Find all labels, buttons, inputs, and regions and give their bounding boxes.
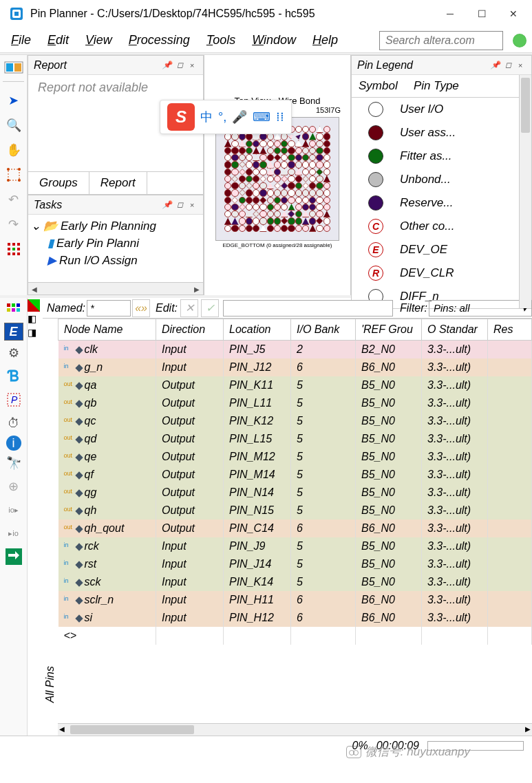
tool-hand-icon[interactable]: ✋ xyxy=(3,139,25,161)
table-row[interactable]: g_nInputPIN_J126B6_N03.3-...ult) xyxy=(58,358,532,376)
table-row[interactable]: qdOutputPIN_L155B5_N03.3-...ult) xyxy=(58,430,532,448)
menu-edit[interactable]: Edit xyxy=(42,30,74,50)
chip-grid[interactable] xyxy=(215,117,339,241)
mini-btn[interactable]: ◧ xyxy=(28,313,40,325)
all-pins-tab[interactable]: All Pins xyxy=(43,663,58,705)
col-bank[interactable]: I/O Bank xyxy=(291,319,356,341)
legend-row[interactable]: User ass... xyxy=(352,121,519,144)
tool-binoculars-icon[interactable]: 🔭 xyxy=(3,452,25,474)
maximize-icon[interactable]: ◻ xyxy=(174,200,185,211)
mini-btn[interactable] xyxy=(28,299,40,312)
table-hscroll[interactable]: ◀ ▶ xyxy=(58,723,532,736)
close-icon[interactable]: × xyxy=(515,60,526,71)
tool-circle-icon[interactable]: ⊕ xyxy=(3,475,25,497)
col-vref[interactable]: 'REF Grou xyxy=(356,319,422,341)
close-icon[interactable]: × xyxy=(187,60,198,71)
legend-text: User ass... xyxy=(400,126,519,140)
table-row[interactable]: rckInputPIN_J95B5_N03.3-...ult) xyxy=(58,537,532,555)
ime-lang[interactable]: 中 xyxy=(200,109,213,125)
legend-row[interactable]: Unbond... xyxy=(352,168,519,191)
legend-row[interactable]: Fitter as... xyxy=(352,144,519,168)
col-node[interactable]: Node Name xyxy=(58,319,156,341)
tree-row[interactable]: ▮Early Pin Planni xyxy=(31,235,200,252)
table-row[interactable]: qaOutputPIN_K115B5_N03.3-...ult) xyxy=(58,376,532,394)
menu-tools[interactable]: Tools xyxy=(201,30,241,50)
filter-combo[interactable]: Pins: all▾ xyxy=(429,300,532,317)
ime-grid-icon[interactable]: ⁞⁞ xyxy=(276,109,284,125)
table-row[interactable]: siInputPIN_H126B6_N03.3-...ult) xyxy=(58,609,532,627)
table-row[interactable]: sclr_nInputPIN_H116B6_N03.3-...ult) xyxy=(58,591,532,609)
tool-b-icon[interactable]: Ɓ xyxy=(3,365,25,387)
tab-groups[interactable]: Groups xyxy=(28,172,89,194)
tool-grid-icon[interactable] xyxy=(3,238,25,260)
legend-row[interactable]: COther co... xyxy=(352,215,519,238)
close-icon[interactable]: × xyxy=(187,200,198,211)
tasks-hscroll[interactable]: ◀▶ xyxy=(28,282,203,294)
chip-view[interactable]: Top View - Wire Bond 153I7G EDGE_BOTTOM … xyxy=(204,55,351,295)
tool-zoom-icon[interactable]: 🔍 xyxy=(3,114,25,136)
edit-confirm-icon[interactable]: ✓ xyxy=(201,299,219,317)
menu-view[interactable]: View xyxy=(80,30,118,50)
tree-row[interactable]: ⌄📂Early Pin Planning xyxy=(31,217,200,235)
table-row[interactable]: qcOutputPIN_K125B5_N03.3-...ult) xyxy=(58,412,532,430)
table-row[interactable]: clkInputPIN_J52B2_N03.3-...ult) xyxy=(58,341,532,359)
tab-report[interactable]: Report xyxy=(89,172,147,194)
table-row[interactable]: qhOutputPIN_N155B5_N03.3-...ult) xyxy=(58,502,532,519)
legend-row[interactable]: EDEV_OE xyxy=(352,238,519,261)
col-res[interactable]: Res xyxy=(488,319,532,341)
table-row[interactable]: rstInputPIN_J145B5_N03.3-...ult) xyxy=(58,555,532,573)
table-row[interactable]: sckInputPIN_K145B5_N03.3-...ult) xyxy=(58,573,532,591)
expand-icon[interactable]: «» xyxy=(132,299,150,317)
tool-pinplanner-icon[interactable] xyxy=(3,56,25,78)
tool-redo-icon[interactable]: ↷ xyxy=(3,213,25,235)
legend-row[interactable]: User I/O xyxy=(352,98,519,121)
tool-info-icon[interactable]: i xyxy=(6,436,21,451)
table-row[interactable]: qeOutputPIN_M125B5_N03.3-...ult) xyxy=(58,448,532,466)
tool-palette-icon[interactable] xyxy=(3,299,25,321)
pin-icon[interactable]: 📌 xyxy=(490,60,501,71)
new-node-row[interactable]: <> xyxy=(58,627,532,645)
edit-cancel-icon[interactable]: ✕ xyxy=(180,299,198,317)
pin-icon[interactable]: 📌 xyxy=(162,60,173,71)
menu-window[interactable]: Window xyxy=(246,30,301,50)
pin-icon[interactable]: 📌 xyxy=(162,200,173,211)
legend-row[interactable]: Reserve... xyxy=(352,191,519,215)
ime-toolbar[interactable]: S 中 °, 🎤 ⌨ ⁞⁞ xyxy=(160,100,292,134)
col-dir[interactable]: Direction xyxy=(156,319,224,341)
col-std[interactable]: O Standar xyxy=(422,319,488,341)
maximize-button[interactable]: ☐ xyxy=(466,3,498,25)
globe-icon[interactable] xyxy=(513,34,526,47)
tree-row[interactable]: ▶Run I/O Assign xyxy=(31,252,200,269)
legend-row[interactable]: RDEV_CLR xyxy=(352,261,519,285)
menu-file[interactable]: File xyxy=(6,30,36,50)
mini-btn[interactable]: ◨ xyxy=(28,327,40,339)
table-row[interactable]: qh_qoutOutputPIN_C146B6_N03.3-...ult) xyxy=(58,519,532,537)
tool-select-icon[interactable] xyxy=(3,164,25,186)
tool-undo-icon[interactable]: ↶ xyxy=(3,189,25,211)
tool-p-icon[interactable]: P xyxy=(3,389,25,411)
table-row[interactable]: qbOutputPIN_L115B5_N03.3-...ult) xyxy=(58,394,532,412)
table-row[interactable]: qgOutputPIN_N145B5_N03.3-...ult) xyxy=(58,484,532,502)
menu-help[interactable]: Help xyxy=(307,30,343,50)
menu-processing[interactable]: Processing xyxy=(123,30,195,50)
ime-mic-icon[interactable]: 🎤 xyxy=(232,109,247,125)
tool-pointer-icon[interactable]: ➤ xyxy=(3,89,25,111)
tool-io-in-icon[interactable]: io▸ xyxy=(3,499,25,521)
search-input[interactable] xyxy=(379,31,503,50)
maximize-icon[interactable]: ◻ xyxy=(502,60,513,71)
edit-input[interactable] xyxy=(223,300,393,317)
named-input[interactable] xyxy=(87,300,131,317)
col-loc[interactable]: Location xyxy=(224,319,291,341)
tool-io-out-icon[interactable]: ▸io xyxy=(3,522,25,544)
tool-clock-icon[interactable]: ⏱ xyxy=(3,412,25,434)
legend-vscroll[interactable] xyxy=(519,75,531,308)
minimize-button[interactable]: ─ xyxy=(434,3,466,25)
ime-punct-icon[interactable]: °, xyxy=(218,110,226,125)
tool-puzzle-icon[interactable]: ⚙ xyxy=(3,342,25,364)
tool-e-icon[interactable]: E xyxy=(4,323,23,341)
close-button[interactable]: ✕ xyxy=(498,3,529,25)
table-row[interactable]: qfOutputPIN_M145B5_N03.3-...ult) xyxy=(58,466,532,484)
ime-keyboard-icon[interactable]: ⌨ xyxy=(253,109,270,125)
maximize-icon[interactable]: ◻ xyxy=(174,60,185,71)
tool-swap-icon[interactable] xyxy=(3,546,25,568)
